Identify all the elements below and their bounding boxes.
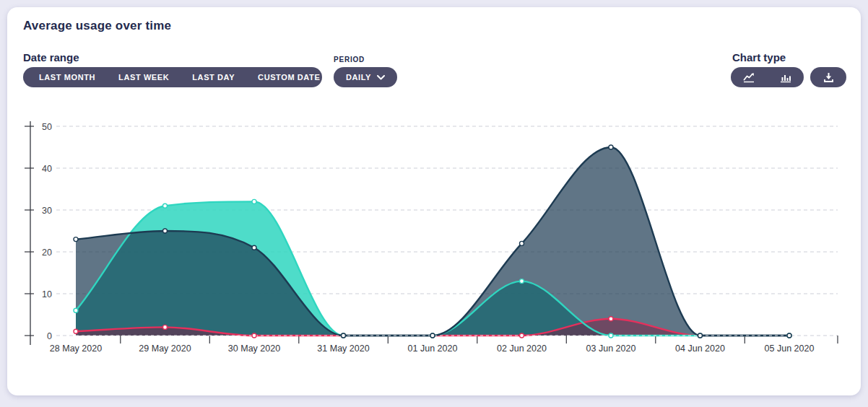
x-axis-labels: 28 May 202029 May 202030 May 202031 May … bbox=[50, 343, 815, 354]
svg-text:03 Jun 2020: 03 Jun 2020 bbox=[586, 343, 636, 354]
data-point bbox=[609, 333, 613, 338]
svg-text:01 Jun 2020: 01 Jun 2020 bbox=[408, 343, 458, 354]
series-primary-dark-area bbox=[76, 147, 789, 336]
chevron-down-icon bbox=[377, 75, 385, 80]
period-select: DAILY bbox=[334, 67, 397, 87]
bar-chart-icon bbox=[780, 72, 791, 83]
svg-text:31 May 2020: 31 May 2020 bbox=[317, 343, 369, 354]
download-icon bbox=[823, 72, 834, 83]
y-axis bbox=[25, 121, 34, 345]
svg-text:28 May 2020: 28 May 2020 bbox=[50, 343, 102, 354]
data-point bbox=[698, 333, 703, 338]
svg-text:29 May 2020: 29 May 2020 bbox=[139, 343, 191, 354]
data-point bbox=[609, 145, 613, 149]
svg-text:05 Jun 2020: 05 Jun 2020 bbox=[765, 343, 815, 354]
data-point bbox=[430, 333, 435, 338]
svg-text:20: 20 bbox=[42, 248, 52, 258]
last-week-button[interactable]: LAST WEEK bbox=[107, 67, 181, 87]
x-axis-ticks bbox=[121, 336, 838, 343]
last-week-label: LAST WEEK bbox=[118, 73, 169, 82]
download-button[interactable] bbox=[810, 67, 846, 87]
data-point bbox=[74, 329, 78, 333]
custom-date-label: CUSTOM DATE bbox=[258, 73, 320, 82]
svg-text:10: 10 bbox=[42, 289, 52, 299]
usage-card: Average usage over time Date range LAST … bbox=[7, 7, 861, 395]
data-point bbox=[520, 279, 524, 284]
date-range-pill: LAST MONTH LAST WEEK LAST DAY CUSTOM DAT… bbox=[23, 67, 322, 87]
svg-text:40: 40 bbox=[42, 164, 52, 174]
chevron-down-icon bbox=[326, 75, 334, 80]
download-pill bbox=[810, 67, 846, 87]
svg-text:30: 30 bbox=[42, 206, 52, 216]
data-point bbox=[74, 237, 78, 242]
data-point bbox=[163, 204, 168, 208]
last-month-button[interactable]: LAST MONTH bbox=[27, 67, 107, 87]
svg-text:30 May 2020: 30 May 2020 bbox=[228, 343, 280, 354]
data-point bbox=[787, 333, 791, 338]
data-point bbox=[520, 241, 524, 245]
data-point bbox=[163, 325, 168, 329]
data-point bbox=[252, 199, 256, 204]
data-point bbox=[163, 229, 168, 233]
svg-text:50: 50 bbox=[42, 122, 52, 132]
y-axis-labels: 01020304050 bbox=[42, 122, 52, 341]
data-point bbox=[342, 333, 346, 338]
line-chart-icon bbox=[743, 72, 755, 83]
bar-chart-button[interactable] bbox=[768, 67, 804, 87]
data-point bbox=[520, 333, 524, 338]
svg-text:04 Jun 2020: 04 Jun 2020 bbox=[675, 343, 725, 354]
svg-text:0: 0 bbox=[47, 331, 52, 341]
chart-type-label: Chart type bbox=[732, 51, 786, 64]
last-month-label: LAST MONTH bbox=[39, 73, 95, 82]
last-day-button[interactable]: LAST DAY bbox=[181, 67, 246, 87]
line-chart-button[interactable] bbox=[731, 67, 768, 87]
period-dropdown-button[interactable]: DAILY bbox=[334, 67, 397, 87]
page-title: Average usage over time bbox=[23, 19, 171, 33]
date-range-label: Date range bbox=[23, 51, 79, 64]
data-point bbox=[252, 245, 256, 250]
usage-chart: 0102030405028 May 202029 May 202030 May … bbox=[14, 115, 852, 368]
last-day-label: LAST DAY bbox=[192, 73, 235, 82]
svg-text:02 Jun 2020: 02 Jun 2020 bbox=[497, 343, 547, 354]
data-point bbox=[252, 333, 256, 338]
chart-type-pill bbox=[731, 67, 804, 87]
period-value: DAILY bbox=[346, 73, 371, 82]
data-point bbox=[609, 317, 613, 321]
data-point bbox=[74, 308, 78, 312]
custom-date-button[interactable]: CUSTOM DATE bbox=[246, 67, 345, 87]
period-label: PERIOD bbox=[334, 56, 365, 64]
